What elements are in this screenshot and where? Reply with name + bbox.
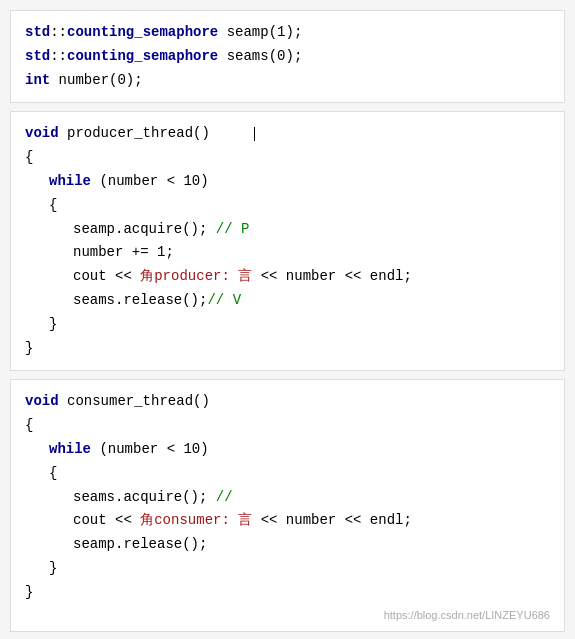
producer-while-close: } — [25, 313, 550, 337]
top-line-1: std::counting_semaphore seamp(1); — [25, 21, 550, 45]
producer-increment: number += 1; — [25, 241, 550, 265]
consumer-code-block: void consumer_thread() { while (number <… — [10, 379, 565, 631]
producer-while: while (number < 10) — [25, 170, 550, 194]
consumer-open-brace: { — [25, 414, 550, 438]
producer-close-brace: } — [25, 337, 550, 361]
consumer-while-close: } — [25, 557, 550, 581]
consumer-release: seamp.release(); — [25, 533, 550, 557]
producer-open-brace: { — [25, 146, 550, 170]
consumer-signature: void consumer_thread() — [25, 390, 550, 414]
producer-while-brace: { — [25, 194, 550, 218]
consumer-acquire: seams.acquire(); // — [25, 486, 550, 510]
consumer-cout: cout << ⾓consumer: ⾔ << number << endl; — [25, 509, 550, 533]
producer-cout: cout << ⾓producer: ⾔ << number << endl; — [25, 265, 550, 289]
top-line-3: int number(0); — [25, 69, 550, 93]
watermark: https://blog.csdn.net/LINZEYU686 — [25, 605, 550, 621]
top-line-2: std::counting_semaphore seams(0); — [25, 45, 550, 69]
consumer-close-brace: } — [25, 581, 550, 605]
top-code-section: std::counting_semaphore seamp(1); std::c… — [10, 10, 565, 103]
producer-release: seams.release();// V — [25, 289, 550, 313]
producer-acquire: seamp.acquire(); // P — [25, 218, 550, 242]
consumer-while: while (number < 10) — [25, 438, 550, 462]
producer-signature: void producer_thread() — [25, 122, 550, 146]
consumer-while-brace: { — [25, 462, 550, 486]
producer-code-block: void producer_thread() { while (number <… — [10, 111, 565, 371]
